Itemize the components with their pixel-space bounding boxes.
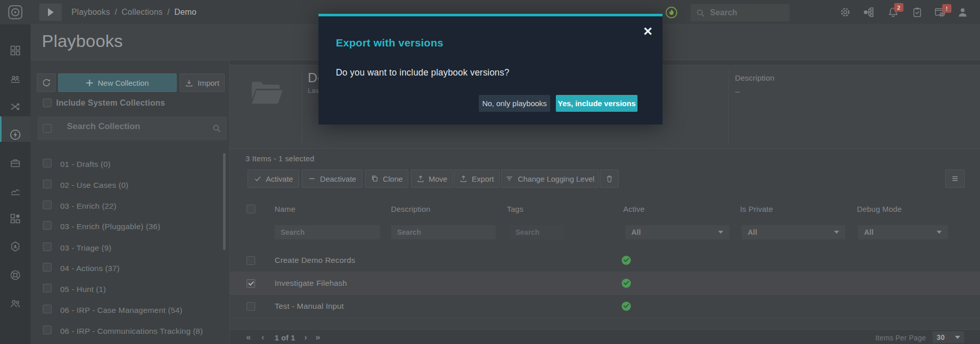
sidebar-item-users[interactable] (0, 291, 31, 316)
is-private-filter-select[interactable]: All (742, 225, 845, 239)
magnifier-icon (696, 8, 705, 18)
breadcrumb-item[interactable]: Collections (121, 8, 162, 17)
move-button[interactable]: Move (411, 169, 453, 188)
collections-panel: New Collection Import Include System Col… (31, 60, 230, 344)
chevron-down-icon (955, 336, 960, 339)
refresh-button[interactable] (37, 73, 56, 92)
prev-page-button[interactable]: ‹ (261, 330, 264, 344)
select-all-rows-checkbox[interactable] (247, 205, 255, 213)
collection-checkbox[interactable] (43, 201, 52, 209)
name-filter-input[interactable] (275, 225, 380, 239)
playbook-name[interactable]: Test - Manual Input (275, 302, 344, 311)
row-checkbox[interactable] (247, 256, 255, 265)
sidebar-expand-button[interactable] (39, 4, 62, 21)
is-private-filter-value: All (748, 228, 757, 236)
collection-checkbox[interactable] (43, 326, 52, 334)
scrollbar-thumb[interactable] (223, 153, 226, 250)
table-row[interactable]: Create Demo Records (230, 249, 980, 272)
column-header-name[interactable]: Name (275, 205, 296, 213)
collection-label: 05 - Hunt (1) (60, 285, 106, 294)
org-chart-icon[interactable] (863, 7, 874, 18)
playbook-name[interactable]: Investigate Filehash (275, 279, 347, 288)
sidebar-item-resources[interactable] (0, 151, 31, 175)
global-search (691, 4, 790, 21)
new-collection-label: New Collection (97, 79, 149, 87)
widget-blocks-icon (9, 212, 21, 225)
close-icon[interactable]: × (643, 23, 652, 39)
target-logo-icon (0, 0, 31, 24)
playbook-name[interactable]: Create Demo Records (275, 256, 355, 265)
items-per-page-select[interactable]: 30 (933, 331, 964, 343)
include-system-checkbox[interactable] (43, 99, 52, 107)
next-page-button[interactable]: › (304, 330, 307, 344)
no-only-playbooks-button[interactable]: No, only playbooks (479, 95, 550, 112)
sidebar-item-queues[interactable] (0, 67, 31, 91)
debug-mode-filter-select[interactable]: All (858, 225, 948, 239)
collection-item[interactable]: 05 - Hunt (1) (31, 284, 223, 304)
clone-button[interactable]: Clone (365, 169, 408, 188)
collection-item[interactable]: 06 - IRP - Communications Tracking (8) (31, 326, 223, 344)
row-checkbox-checked[interactable] (247, 279, 255, 288)
collection-checkbox[interactable] (43, 159, 52, 167)
clone-label: Clone (383, 175, 403, 183)
tags-filter-input[interactable] (509, 225, 565, 239)
collection-item[interactable]: 03 - Triage (9) (31, 242, 223, 263)
sidebar-item-help[interactable] (0, 263, 31, 287)
description-filter-input[interactable] (391, 225, 496, 239)
active-filter-value: All (631, 228, 641, 236)
breadcrumb-separator: / (167, 8, 170, 17)
table-row[interactable]: Test - Manual Input (230, 295, 980, 318)
clipboard-icon[interactable] (912, 7, 923, 18)
active-filter-select[interactable]: All (625, 225, 729, 239)
select-all-collections-checkbox[interactable] (43, 124, 52, 133)
import-button[interactable]: Import (180, 73, 225, 92)
logo-container (0, 0, 31, 24)
modal-title: Export with versions (336, 37, 444, 49)
first-page-button[interactable]: « (246, 330, 251, 344)
delete-button[interactable] (600, 169, 619, 188)
sidebar-item-workflows[interactable] (0, 94, 31, 119)
trash-icon (605, 175, 614, 183)
new-collection-button[interactable]: New Collection (58, 73, 177, 92)
export-button[interactable]: Export (454, 169, 500, 188)
sidebar-item-reports[interactable] (0, 179, 31, 203)
collection-item[interactable]: 03 - Enrich (22) (31, 201, 223, 221)
user-icon[interactable] (957, 7, 968, 18)
gear-icon[interactable] (840, 7, 851, 18)
sidebar-item-widgets[interactable] (0, 206, 31, 231)
breadcrumb-item[interactable]: Playbooks (71, 8, 110, 17)
table-row-selected[interactable]: Investigate Filehash (230, 272, 980, 295)
sidebar-item-connectors[interactable] (0, 234, 31, 259)
yes-include-versions-button[interactable]: Yes, include versions (556, 95, 638, 112)
sidebar-item-dashboard[interactable] (0, 38, 31, 63)
column-header-active[interactable]: Active (623, 205, 645, 213)
column-header-is-private[interactable]: Is Private (740, 205, 773, 213)
collection-checkbox[interactable] (43, 305, 52, 313)
collection-checkbox[interactable] (43, 284, 52, 292)
column-header-description[interactable]: Description (391, 205, 430, 213)
briefcase-icon (9, 157, 21, 169)
collection-item[interactable]: 01 - Drafts (0) (31, 159, 223, 179)
magnifier-icon (212, 124, 222, 133)
deactivate-button[interactable]: Deactivate (302, 169, 362, 188)
sidebar-item-playbooks[interactable] (0, 122, 31, 147)
life-ring-icon (9, 269, 21, 281)
collection-item[interactable]: 04 - Actions (37) (31, 263, 223, 283)
two-users-icon (9, 298, 21, 310)
change-logging-level-button[interactable]: Change Logging Level (501, 169, 599, 188)
global-search-input[interactable] (710, 8, 781, 17)
collection-checkbox[interactable] (43, 242, 52, 251)
row-checkbox[interactable] (247, 302, 255, 311)
column-header-tags[interactable]: Tags (507, 205, 524, 213)
collection-item[interactable]: 02 - Use Cases (0) (31, 180, 223, 200)
collection-checkbox[interactable] (43, 221, 52, 230)
table-settings-button[interactable] (945, 169, 965, 188)
activate-button[interactable]: Activate (248, 169, 299, 188)
collection-item[interactable]: 03 - Enrich (Pluggable) (36) (31, 221, 223, 241)
collection-search-input[interactable] (67, 121, 200, 132)
collection-checkbox[interactable] (43, 180, 52, 188)
last-page-button[interactable]: » (315, 330, 320, 344)
column-header-debug-mode[interactable]: Debug Mode (857, 205, 902, 213)
collection-checkbox[interactable] (43, 263, 52, 272)
collection-item[interactable]: 06 - IRP - Case Management (54) (31, 305, 223, 325)
